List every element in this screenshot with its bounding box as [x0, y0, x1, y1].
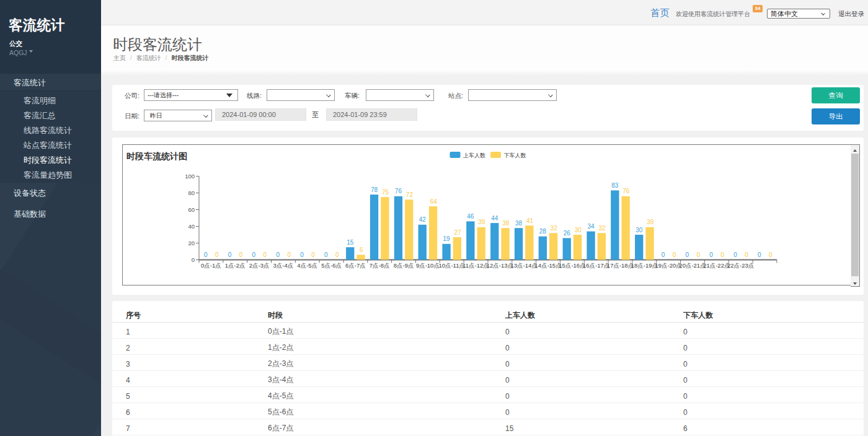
svg-text:0: 0 [204, 251, 208, 258]
svg-text:39: 39 [647, 219, 654, 225]
svg-text:0: 0 [264, 251, 267, 258]
svg-text:20: 20 [188, 240, 195, 246]
svg-text:0: 0 [720, 251, 724, 258]
svg-text:78: 78 [371, 186, 378, 193]
svg-text:0: 0 [745, 251, 748, 258]
svg-text:0: 0 [673, 251, 676, 258]
svg-text:时段车流统计图: 时段车流统计图 [126, 151, 187, 161]
svg-text:17点-18点: 17点-18点 [607, 262, 634, 269]
svg-text:9点-10点: 9点-10点 [416, 262, 440, 269]
svg-text:11点-12点: 11点-12点 [463, 262, 489, 269]
svg-text:42: 42 [419, 216, 427, 223]
svg-text:0: 0 [228, 251, 232, 258]
svg-text:0点-1点: 0点-1点 [201, 262, 221, 269]
svg-text:64: 64 [430, 198, 438, 205]
svg-text:34: 34 [587, 223, 595, 230]
svg-text:4点-5点: 4点-5点 [297, 262, 317, 269]
svg-text:1点-2点: 1点-2点 [225, 262, 246, 269]
svg-text:41: 41 [526, 217, 534, 224]
svg-text:30: 30 [575, 227, 582, 233]
svg-text:0: 0 [758, 251, 761, 258]
svg-text:20点-21点: 20点-21点 [679, 262, 706, 269]
svg-text:46: 46 [467, 213, 474, 220]
svg-text:28: 28 [539, 228, 547, 235]
svg-text:12点-13点: 12点-13点 [487, 262, 513, 269]
svg-text:3点-4点: 3点-4点 [273, 262, 294, 269]
svg-text:0: 0 [324, 251, 328, 258]
svg-text:8点-9点: 8点-9点 [394, 262, 414, 269]
svg-text:72: 72 [406, 191, 414, 198]
svg-text:6点-7点: 6点-7点 [345, 262, 366, 269]
svg-text:7点-8点: 7点-8点 [370, 262, 390, 269]
svg-text:5点-6点: 5点-6点 [321, 262, 342, 269]
svg-text:13点-14点: 13点-14点 [511, 262, 538, 269]
svg-text:16点-17点: 16点-17点 [583, 262, 609, 269]
svg-text:75: 75 [382, 189, 389, 196]
svg-text:0: 0 [192, 256, 195, 263]
svg-text:10点-11点: 10点-11点 [438, 262, 465, 269]
svg-text:80: 80 [188, 190, 195, 196]
svg-text:上车人数: 上车人数 [463, 152, 485, 159]
svg-text:0: 0 [215, 251, 219, 258]
svg-text:83: 83 [611, 182, 619, 189]
svg-text:0: 0 [252, 251, 256, 258]
svg-text:下车人数: 下车人数 [504, 152, 526, 159]
svg-text:26: 26 [564, 230, 571, 237]
svg-text:0: 0 [335, 251, 339, 258]
svg-text:21点-22点: 21点-22点 [703, 262, 730, 269]
svg-text:100: 100 [185, 173, 195, 180]
svg-text:0: 0 [239, 251, 243, 258]
svg-text:0: 0 [686, 251, 689, 258]
svg-text:0: 0 [662, 251, 665, 258]
svg-text:0: 0 [300, 251, 304, 258]
svg-text:32: 32 [551, 225, 558, 232]
svg-text:44: 44 [491, 215, 498, 222]
svg-text:0: 0 [311, 251, 315, 258]
svg-text:19: 19 [443, 235, 450, 242]
svg-text:40: 40 [188, 223, 195, 230]
svg-text:0: 0 [733, 251, 737, 258]
svg-text:6: 6 [360, 246, 363, 253]
svg-text:2点-3点: 2点-3点 [249, 262, 270, 269]
svg-text:38: 38 [515, 220, 523, 227]
svg-text:60: 60 [188, 206, 195, 213]
svg-text:0: 0 [697, 251, 701, 258]
svg-text:38: 38 [502, 220, 510, 227]
svg-text:18点-19点: 18点-19点 [631, 262, 658, 269]
svg-text:15: 15 [347, 239, 354, 246]
svg-text:32: 32 [598, 225, 606, 232]
svg-text:22点-23点: 22点-23点 [727, 262, 754, 269]
svg-text:76: 76 [395, 188, 402, 194]
svg-text:39: 39 [478, 219, 485, 225]
svg-text:15点-16点: 15点-16点 [559, 262, 585, 269]
svg-text:19点-20点: 19点-20点 [655, 262, 682, 269]
svg-text:0: 0 [276, 251, 280, 258]
svg-text:76: 76 [622, 188, 630, 194]
svg-text:0: 0 [709, 251, 713, 258]
svg-text:0: 0 [769, 251, 773, 258]
svg-text:30: 30 [636, 227, 643, 233]
svg-text:0: 0 [287, 251, 291, 258]
svg-text:27: 27 [454, 229, 461, 236]
svg-text:14点-15点: 14点-15点 [534, 262, 561, 269]
